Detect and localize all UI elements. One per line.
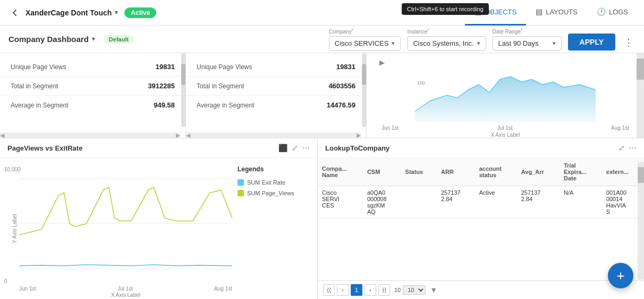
logs-icon: 🕐 [597, 7, 606, 16]
x-axis-label: X Axis Label [19, 292, 232, 298]
panel-scrollbar[interactable] [181, 53, 185, 127]
stat-value: 4603556 [328, 82, 355, 90]
col-company-name: Compa...Name [318, 158, 363, 186]
default-badge: Default [104, 35, 134, 44]
date-range-select-value: Last 90 Days [498, 39, 539, 47]
widget-download-icon[interactable]: ⬛ [278, 144, 287, 152]
chart-vscroll[interactable] [637, 53, 644, 138]
active-badge: Active [124, 7, 156, 18]
col-status: Status [401, 158, 437, 186]
app-name: XanderCage Dont Touch ▾ [26, 9, 118, 17]
fab-icon: + [616, 268, 624, 284]
table-row: Unique Page Views 19831 [186, 57, 366, 77]
panel-scrollbar-2[interactable] [362, 53, 366, 127]
page-prev-button[interactable]: ‹ [337, 284, 349, 296]
widget-expand-icon[interactable]: ⤢ [292, 144, 298, 152]
x-tick-jun: Jun 1st [19, 286, 36, 292]
table-vscroll[interactable] [638, 162, 644, 280]
lookup-table-container: Compa...Name CSM Status ARR accountstatu… [318, 158, 644, 280]
top-chart-x-label: X Axis Label [379, 132, 631, 138]
lookup-widget: LookupToCompany ⤢ ⋯ Compa...Name CSM Sta… [318, 138, 644, 299]
page-first-button[interactable]: ⟨⟨ [323, 284, 335, 296]
hscroll-right-icon[interactable]: ▶ [176, 132, 180, 138]
stat-value: 3912285 [148, 82, 175, 90]
date-range-select[interactable]: Last 90 Days ▾ [493, 36, 562, 51]
tooltip-popup: Ctrl+Shift+6 to start recording [402, 3, 489, 15]
stat-label: Unique Page Views [11, 63, 156, 71]
instance-select[interactable]: Cisco Systems, Inc. ▾ [407, 36, 486, 51]
widget-more-icon[interactable]: ⋯ [302, 144, 310, 152]
stats-panel-2: Unique Page Views 19831 Total in Segment… [186, 53, 367, 138]
total-pages: 10 [394, 287, 401, 293]
legend-item-exit-rate: SUM Exit Rate [238, 179, 312, 186]
stats-table-1: Unique Page Views 19831 Total in Segment… [0, 53, 185, 119]
date-range-filter-label: Date Range* [493, 28, 562, 35]
top-chart-panel: ▶ 100 [367, 53, 644, 138]
lookup-expand-icon[interactable]: ⤢ [618, 144, 625, 152]
table-vscroll-thumb [638, 167, 644, 183]
page-next-button[interactable]: › [365, 284, 376, 296]
y-tick-10000: 10,000 [4, 167, 21, 172]
hscroll-left-icon-2[interactable]: ◀ [186, 132, 190, 138]
hscroll-left-icon[interactable]: ◀ [0, 132, 4, 138]
legend-item-page-views: SUM Page_Views [238, 190, 312, 196]
table-row: Average in Segment 14476.59 [186, 96, 366, 114]
legend-title: Legends [238, 165, 312, 173]
svg-text:100: 100 [417, 80, 425, 86]
company-select-value: Cisco SERVICES [335, 39, 389, 47]
instance-select-value: Cisco Systems, Inc. [413, 39, 473, 47]
page-1-button[interactable]: 1 [351, 284, 362, 296]
instance-filter-label: Instance* [407, 28, 486, 35]
top-chart-x-ticks: Jun 1st Jul 1st Aug 1st [379, 125, 631, 131]
back-button[interactable] [6, 4, 23, 21]
lookup-more-icon[interactable]: ⋯ [629, 144, 637, 152]
app-name-text: XanderCage Dont Touch [26, 9, 112, 17]
more-options-button[interactable]: ⋮ [622, 35, 635, 51]
bottom-row: PageViews vs ExitRate ⬛ ⤢ ⋯ Y Axis Label… [0, 138, 644, 299]
lookup-table: Compa...Name CSM Status ARR accountstatu… [318, 158, 644, 219]
apply-button[interactable]: APPLY [568, 34, 615, 51]
dashboard-title: Company Dashboard [9, 35, 89, 44]
col-account-status: accountstatus [475, 158, 517, 186]
cell-account-status: Active [475, 186, 517, 219]
tab-logs-label: LOGS [609, 8, 628, 16]
tab-logs[interactable]: 🕐 LOGS [587, 0, 638, 26]
cell-status [401, 186, 437, 219]
table-row: Average in Segment 949.58 [0, 96, 185, 114]
y-axis-label: Y Axis Label [12, 214, 18, 243]
legend-label-exit-rate: SUM Exit Rate [247, 179, 285, 186]
pagination-dropdown-icon[interactable]: ▼ [430, 286, 437, 294]
current-page: 1 [355, 287, 358, 293]
x-tick-2: Jul 1st [497, 125, 513, 131]
company-select[interactable]: Cisco SERVICES ▾ [329, 36, 401, 51]
fab-add-button[interactable]: + [608, 263, 633, 288]
y-tick-0: 0 [4, 278, 7, 284]
tab-layouts[interactable]: ▤ LAYOUTS [526, 0, 587, 26]
pageviews-widget-header: PageViews vs ExitRate ⬛ ⤢ ⋯ [0, 138, 317, 158]
x-tick-1: Jun 1st [382, 125, 399, 131]
app-dropdown-icon[interactable]: ▾ [115, 9, 118, 16]
stat-value: 19831 [336, 63, 355, 71]
layouts-icon: ▤ [536, 7, 543, 16]
legend-label-page-views: SUM Page_Views [247, 190, 294, 196]
lookup-widget-title: LookupToCompany [325, 144, 614, 152]
cell-csm: a0QA0000008sgzKMAQ [363, 186, 401, 219]
filter-group: Company* Cisco SERVICES ▾ Instance* Cisc… [329, 28, 635, 50]
table-row: Total in Segment 4603556 [186, 77, 366, 96]
page-size-dropdown[interactable]: 10 25 50 [403, 285, 426, 295]
cell-company-name: CiscoSERVICES [318, 186, 363, 219]
tab-objects-label: OBJECTS [485, 8, 516, 16]
pageviews-widget-title: PageViews vs ExitRate [7, 144, 274, 152]
top-nav: XanderCage Dont Touch ▾ Active Ctrl+Shif… [0, 0, 644, 26]
x-tick-aug: Aug 1st [214, 286, 232, 292]
table-row: Unique Page Views 19831 [0, 57, 185, 77]
hscroll-right-icon-2[interactable]: ▶ [357, 132, 361, 138]
cell-avg-arr: 2571372.84 [517, 186, 560, 219]
stat-label: Average in Segment [11, 102, 154, 109]
stat-label: Unique Page Views [197, 63, 336, 71]
dashboard-dropdown-icon[interactable]: ▾ [92, 36, 95, 43]
stat-value: 949.58 [154, 101, 175, 109]
chart-terminal-icon: ▶ [379, 59, 385, 67]
dashboard-title-group: Company Dashboard ▾ [9, 35, 95, 44]
page-last-button[interactable]: ⟩⟩ [378, 284, 390, 296]
